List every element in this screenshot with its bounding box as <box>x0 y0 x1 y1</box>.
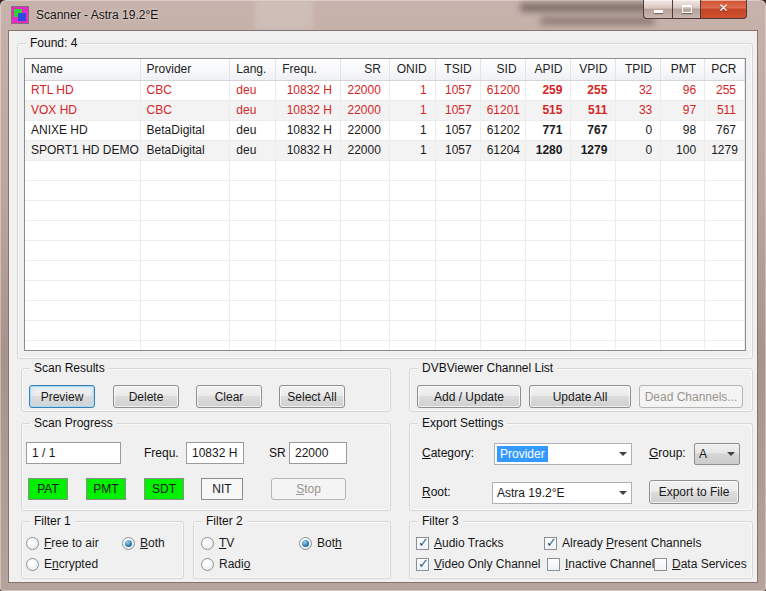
table-cell-empty <box>616 201 661 220</box>
table-row[interactable]: RTL HDCBCdeu10832 H220001105761200259255… <box>25 81 745 101</box>
table-cell: 1057 <box>436 121 481 140</box>
add-update-button[interactable]: Add / Update <box>417 385 521 408</box>
table-cell-empty <box>705 261 745 280</box>
checkbox-audio-tracks[interactable]: Audio Tracks <box>416 536 503 550</box>
table-cell-empty <box>616 301 661 320</box>
scan-results-group: Scan Results Preview Delete Clear Select… <box>21 368 391 412</box>
maximize-button[interactable] <box>673 0 701 19</box>
app-icon <box>12 7 28 23</box>
table-cell-empty <box>436 281 481 300</box>
table-cell: 1057 <box>436 141 481 160</box>
update-all-button[interactable]: Update All <box>529 385 631 408</box>
table-header: NameProviderLang.Frequ.SRONIDTSIDSIDAPID… <box>25 59 745 81</box>
table-cell-empty <box>661 221 705 240</box>
table-cell-empty <box>661 241 705 260</box>
table-cell: BetaDigital <box>141 141 231 160</box>
radio-both-media[interactable]: Both <box>299 536 342 550</box>
found-label: Found: 4 <box>26 36 81 50</box>
clear-button-label: Clear <box>215 390 244 404</box>
sr-value: 22000 <box>295 446 328 460</box>
table-cell: 32 <box>616 81 661 100</box>
column-header-sid[interactable]: SID <box>481 59 526 80</box>
table-cell-empty <box>276 201 341 220</box>
filter2-group: Filter 2 TV Both Radio <box>193 521 391 579</box>
table-cell-empty <box>230 321 276 340</box>
group-combo[interactable]: A <box>694 443 740 465</box>
table-cell-empty <box>230 241 276 260</box>
table-cell: 1 <box>390 81 436 100</box>
table-cell-empty <box>25 281 141 300</box>
table-cell-empty <box>481 201 526 220</box>
select-all-button[interactable]: Select All <box>279 385 345 408</box>
table-cell-empty <box>436 241 481 260</box>
checkbox-inactive-channels[interactable]: Inactive Channels <box>547 557 660 571</box>
preview-button-label: Preview <box>41 390 84 404</box>
column-header-vpid[interactable]: VPID <box>571 59 616 80</box>
column-header-pmt[interactable]: PMT <box>661 59 705 80</box>
table-cell-empty <box>616 181 661 200</box>
column-header-pcr[interactable]: PCR <box>705 59 745 80</box>
table-cell: 1057 <box>436 101 481 120</box>
table-cell-empty <box>436 341 481 351</box>
table-row[interactable]: ANIXE HDBetaDigitaldeu10832 H22000110576… <box>25 121 745 141</box>
column-header-name[interactable]: Name <box>25 59 141 80</box>
radio-radio[interactable]: Radio <box>201 557 250 571</box>
channel-table[interactable]: NameProviderLang.Frequ.SRONIDTSIDSIDAPID… <box>24 58 746 351</box>
column-header-provider[interactable]: Provider <box>141 59 231 80</box>
table-cell-empty <box>571 341 616 351</box>
table-cell: deu <box>230 101 276 120</box>
table-cell-empty <box>526 221 572 240</box>
radio-free-to-air[interactable]: Free to air <box>26 536 99 550</box>
table-cell: 10832 H <box>276 101 341 120</box>
radio-encrypted[interactable]: Encrypted <box>26 557 98 571</box>
column-header-tsid[interactable]: TSID <box>436 59 481 80</box>
titlebar[interactable]: Scanner - Astra 19.2°E ✕ <box>0 0 766 30</box>
chevron-down-icon <box>723 452 739 456</box>
channel-list-group: DVBViewer Channel List Add / Update Upda… <box>409 368 753 412</box>
close-button[interactable]: ✕ <box>701 0 747 19</box>
frequency-field[interactable]: 10832 H <box>186 442 244 464</box>
column-header-apid[interactable]: APID <box>526 59 572 80</box>
table-cell: 255 <box>705 81 745 100</box>
table-cell-empty <box>481 301 526 320</box>
column-header-tpid[interactable]: TPID <box>616 59 661 80</box>
radio-both-encryption[interactable]: Both <box>122 536 165 550</box>
table-cell-empty <box>571 281 616 300</box>
pmt-indicator: PMT <box>86 478 126 500</box>
table-cell: 100 <box>661 141 705 160</box>
delete-button[interactable]: Delete <box>113 385 179 408</box>
column-header-lang[interactable]: Lang. <box>230 59 276 80</box>
table-cell-empty <box>341 341 390 351</box>
radio-icon <box>26 537 39 550</box>
clear-button[interactable]: Clear <box>196 385 262 408</box>
checkbox-video-only-channel[interactable]: Video Only Channel <box>416 557 541 571</box>
checkbox-audio-tracks-label: Audio Tracks <box>434 536 503 550</box>
table-cell-empty <box>661 181 705 200</box>
minimize-button[interactable] <box>643 0 673 19</box>
table-cell-empty <box>481 281 526 300</box>
table-cell: RTL HD <box>25 81 141 100</box>
preview-button[interactable]: Preview <box>29 385 95 408</box>
table-row[interactable]: VOX HDCBCdeu10832 H220001105761201515511… <box>25 101 745 121</box>
table-row[interactable]: SPORT1 HD DEMOBetaDigitaldeu10832 H22000… <box>25 141 745 161</box>
checkbox-inactive-channels-label: Inactive Channels <box>565 557 660 571</box>
column-header-sr[interactable]: SR <box>341 59 390 80</box>
table-cell-empty <box>276 261 341 280</box>
column-header-frequ[interactable]: Frequ. <box>276 59 341 80</box>
progress-field[interactable]: 1 / 1 <box>26 442 121 464</box>
checkbox-icon <box>654 558 667 571</box>
checkbox-already-present-channels[interactable]: Already Present Channels <box>544 536 701 550</box>
column-header-onid[interactable]: ONID <box>390 59 436 80</box>
export-to-file-button[interactable]: Export to File <box>649 480 739 504</box>
table-cell-empty <box>661 161 705 180</box>
radio-tv[interactable]: TV <box>201 536 234 550</box>
sr-field[interactable]: 22000 <box>289 442 347 464</box>
progress-value: 1 / 1 <box>32 446 55 460</box>
table-cell-empty <box>25 341 141 351</box>
table-cell-empty <box>25 181 141 200</box>
maximize-icon <box>682 5 692 13</box>
root-combo[interactable]: Astra 19.2°E <box>492 482 632 504</box>
checkbox-data-services[interactable]: Data Services <box>654 557 747 571</box>
category-combo[interactable]: Provider <box>494 443 632 465</box>
channel-list-label: DVBViewer Channel List <box>418 361 557 375</box>
